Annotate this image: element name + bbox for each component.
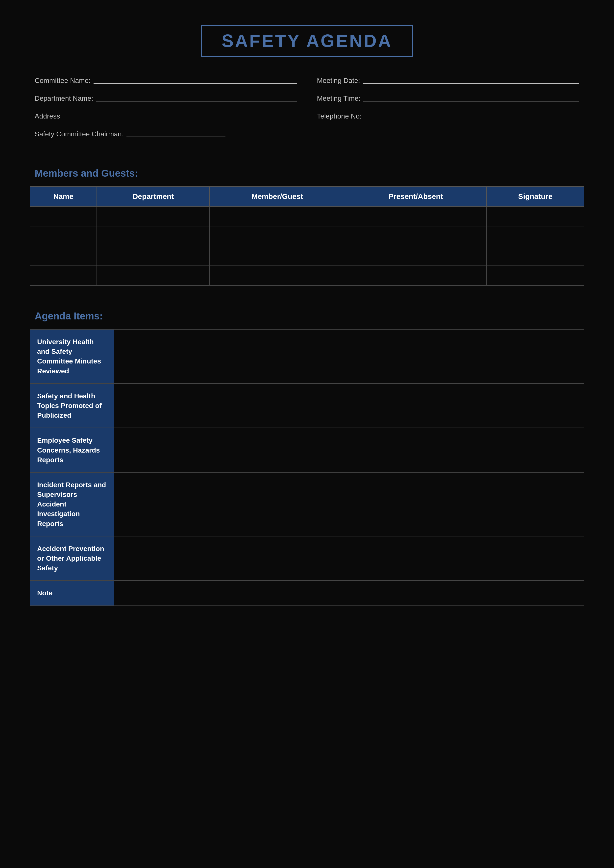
meeting-time-label: Meeting Time: [317, 95, 361, 102]
agenda-row-6: Note [30, 580, 584, 606]
committee-name-field: Committee Name: [35, 77, 297, 85]
cell-mg-4[interactable] [209, 266, 345, 285]
agenda-item-label-6: Note [30, 580, 114, 606]
agenda-item-label-1: University Health and Safety Committee M… [30, 329, 114, 383]
table-row [30, 266, 584, 285]
cell-dept-2[interactable] [97, 226, 209, 246]
telephone-input[interactable] [364, 113, 579, 119]
members-table: Name Department Member/Guest Present/Abs… [30, 186, 584, 286]
department-name-label: Department Name: [35, 95, 93, 102]
page: SAFETY AGENDA Committee Name: Meeting Da… [30, 20, 584, 848]
cell-name-3[interactable] [30, 246, 97, 266]
cell-name-4[interactable] [30, 266, 97, 285]
page-title: SAFETY AGENDA [222, 31, 392, 51]
cell-sig-2[interactable] [487, 226, 584, 246]
form-row-3: Address: Telephone No: [35, 112, 579, 120]
department-name-field: Department Name: [35, 95, 297, 102]
cell-name-2[interactable] [30, 226, 97, 246]
committee-name-label: Committee Name: [35, 77, 91, 85]
safety-chairman-label: Safety Committee Chairman: [35, 130, 124, 138]
agenda-table: University Health and Safety Committee M… [30, 329, 584, 606]
agenda-row-1: University Health and Safety Committee M… [30, 329, 584, 383]
col-name: Name [30, 186, 97, 206]
members-section: Members and Guests: Name Department Memb… [30, 163, 584, 305]
telephone-label: Telephone No: [317, 112, 362, 120]
agenda-heading: Agenda Items: [30, 310, 584, 322]
cell-sig-4[interactable] [487, 266, 584, 285]
cell-dept-1[interactable] [97, 206, 209, 226]
telephone-field: Telephone No: [317, 112, 580, 120]
agenda-item-content-6[interactable] [114, 580, 584, 606]
cell-mg-3[interactable] [209, 246, 345, 266]
meeting-time-field: Meeting Time: [317, 95, 580, 102]
cell-dept-4[interactable] [97, 266, 209, 285]
cell-pa-4[interactable] [345, 266, 487, 285]
cell-sig-1[interactable] [487, 206, 584, 226]
members-heading: Members and Guests: [30, 168, 584, 179]
cell-sig-3[interactable] [487, 246, 584, 266]
safety-chairman-field: Safety Committee Chairman: [35, 130, 579, 138]
cell-dept-3[interactable] [97, 246, 209, 266]
table-row [30, 226, 584, 246]
table-row [30, 206, 584, 226]
cell-mg-2[interactable] [209, 226, 345, 246]
agenda-row-5: Accident Prevention or Other Applicable … [30, 536, 584, 581]
cell-pa-3[interactable] [345, 246, 487, 266]
col-department: Department [97, 186, 209, 206]
agenda-item-content-4[interactable] [114, 472, 584, 536]
col-signature: Signature [487, 186, 584, 206]
agenda-section: Agenda Items: University Health and Safe… [30, 305, 584, 606]
table-row [30, 246, 584, 266]
safety-chairman-input[interactable] [126, 131, 225, 137]
meeting-time-input[interactable] [363, 96, 579, 101]
committee-name-input[interactable] [93, 78, 297, 84]
meeting-date-label: Meeting Date: [317, 77, 360, 85]
address-input[interactable] [65, 113, 297, 119]
cell-mg-1[interactable] [209, 206, 345, 226]
agenda-item-content-5[interactable] [114, 536, 584, 581]
title-container: SAFETY AGENDA [30, 25, 584, 57]
col-member-guest: Member/Guest [209, 186, 345, 206]
agenda-row-4: Incident Reports and Supervisors Acciden… [30, 472, 584, 536]
agenda-item-label-4: Incident Reports and Supervisors Acciden… [30, 472, 114, 536]
agenda-row-3: Employee Safety Concerns, Hazards Report… [30, 428, 584, 472]
col-present-absent: Present/Absent [345, 186, 487, 206]
form-row-1: Committee Name: Meeting Date: [35, 77, 579, 85]
meeting-date-input[interactable] [363, 78, 579, 84]
form-row-2: Department Name: Meeting Time: [35, 95, 579, 102]
cell-name-1[interactable] [30, 206, 97, 226]
title-box: SAFETY AGENDA [201, 25, 413, 57]
agenda-item-content-2[interactable] [114, 383, 584, 428]
agenda-item-content-1[interactable] [114, 329, 584, 383]
address-label: Address: [35, 112, 62, 120]
cell-pa-2[interactable] [345, 226, 487, 246]
cell-pa-1[interactable] [345, 206, 487, 226]
meeting-date-field: Meeting Date: [317, 77, 580, 85]
agenda-row-2: Safety and Health Topics Promoted of Pub… [30, 383, 584, 428]
agenda-item-label-3: Employee Safety Concerns, Hazards Report… [30, 428, 114, 472]
members-table-header-row: Name Department Member/Guest Present/Abs… [30, 186, 584, 206]
address-field: Address: [35, 112, 297, 120]
department-name-input[interactable] [96, 96, 297, 101]
agenda-item-content-3[interactable] [114, 428, 584, 472]
agenda-item-label-5: Accident Prevention or Other Applicable … [30, 536, 114, 581]
agenda-item-label-2: Safety and Health Topics Promoted of Pub… [30, 383, 114, 428]
form-section: Committee Name: Meeting Date: Department… [30, 77, 584, 148]
